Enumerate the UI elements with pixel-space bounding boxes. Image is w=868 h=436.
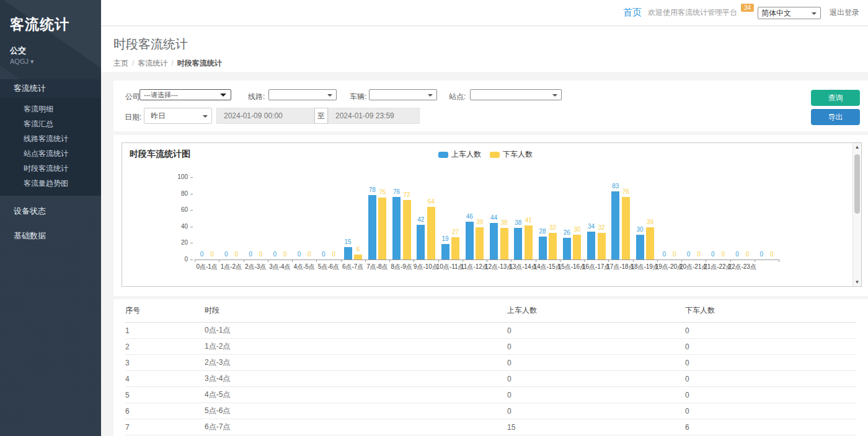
x-axis-tick	[316, 259, 317, 262]
table-cell: 0	[685, 375, 856, 383]
table-cell: 0	[685, 359, 856, 367]
table-cell: 2点-3点	[205, 357, 507, 368]
bar-value-label: 0	[203, 251, 221, 258]
x-axis-tick	[560, 259, 560, 262]
table-cell: 3	[125, 359, 205, 367]
station-label: 站点:	[449, 92, 466, 102]
bar-下车人数-17点-18点	[622, 197, 630, 259]
bar-value-label: 0	[300, 251, 319, 258]
y-axis-label: 0	[159, 256, 188, 263]
bar-value-label: 0	[763, 251, 781, 258]
table-row: 21点-2点00	[125, 339, 856, 355]
scroll-up-icon[interactable]: ▲	[853, 143, 861, 151]
bar-下车人数-11点-12点	[476, 227, 484, 259]
line-select[interactable]	[268, 89, 337, 100]
home-link[interactable]: 首页	[623, 7, 642, 19]
welcome-text: 欢迎使用客流统计管理平台	[648, 7, 737, 18]
bar-value-label: 0	[665, 251, 684, 258]
date-from-input[interactable]: 2024-01-09 00:00	[216, 108, 314, 124]
breadcrumb-current: 时段客流统计	[177, 59, 222, 68]
org-code-dropdown[interactable]: AQGJ ▾	[0, 56, 101, 66]
bar-下车人数-13点-14点	[525, 225, 533, 259]
sidebar-item-passenger-stats[interactable]: 客流统计	[0, 79, 101, 98]
legend-item[interactable]: 上车人数	[438, 149, 481, 160]
bar-value-label: 72	[397, 191, 416, 198]
table-row: 76点-7点156	[125, 419, 856, 435]
table-cell: 0	[507, 391, 685, 399]
table-row: 10点-1点00	[125, 323, 856, 339]
bar-上车人数-17点-18点	[611, 191, 619, 259]
x-axis-tick	[584, 259, 585, 262]
table-header-row: 序号 时段 上车人数 下车人数	[125, 299, 856, 323]
sidebar-subitem[interactable]: 客流汇总	[0, 116, 101, 131]
chart-section: 时段车流统计图 上车人数下车人数 02040608010000000015787…	[113, 135, 868, 296]
sidebar-subitem[interactable]: 时段客流统计	[0, 161, 101, 176]
scroll-down-icon[interactable]: ▼	[853, 278, 861, 286]
x-axis-tick	[657, 259, 658, 262]
station-select[interactable]	[470, 89, 562, 100]
bar-value-label: 32	[544, 224, 562, 231]
bar-value-label: 75	[373, 189, 392, 196]
breadcrumb-section[interactable]: 客流统计	[138, 59, 167, 68]
x-axis-category-label: 2点-3点	[245, 263, 266, 271]
notification-badge[interactable]: 34	[741, 4, 754, 12]
export-button[interactable]: 导出	[811, 109, 860, 125]
x-axis-tick	[292, 259, 293, 262]
x-axis-tick	[341, 259, 342, 262]
x-axis-tick	[219, 259, 219, 262]
bar-下车人数-8点-9点	[403, 200, 411, 259]
x-axis-tick	[463, 259, 463, 262]
table-cell: 6	[125, 407, 205, 416]
logout-link[interactable]: 退出登录	[830, 7, 859, 18]
table-cell: 2	[125, 342, 205, 351]
topbar: 首页 欢迎使用客流统计管理平台 34 简体中文 退出登录	[101, 0, 868, 26]
date-label: 日期:	[125, 112, 141, 123]
hourly-traffic-chart: 时段车流统计图 上车人数下车人数 02040608010000000015787…	[122, 142, 862, 287]
bar-下车人数-10点-11点	[451, 237, 459, 259]
line-label: 线路:	[248, 92, 265, 102]
bar-上车人数-10点-11点	[441, 244, 450, 259]
sidebar-subitem[interactable]: 站点客流统计	[0, 146, 101, 161]
bar-下车人数-12点-13点	[500, 228, 508, 259]
bar-value-label: 0	[276, 251, 294, 258]
sidebar-item-device-status[interactable]: 设备状态	[0, 202, 101, 220]
company-select[interactable]: ---请选择---	[140, 89, 231, 100]
sidebar-item-base-data[interactable]: 基础数据	[0, 227, 101, 245]
chart-vertical-scrollbar[interactable]: ▲ ▼	[852, 143, 861, 286]
table-cell: 0	[507, 326, 685, 335]
y-axis-label: 60	[159, 206, 188, 213]
bar-上车人数-15点-16点	[563, 238, 571, 259]
sidebar-subitem[interactable]: 客流量趋势图	[0, 176, 101, 191]
bar-上车人数-11点-12点	[466, 222, 474, 259]
table-cell: 0点-1点	[205, 325, 507, 336]
app-brand: 客流统计	[0, 0, 101, 37]
search-button[interactable]: 查询	[811, 90, 860, 106]
bar-value-label: 41	[519, 217, 538, 224]
breadcrumb-home[interactable]: 主页	[113, 59, 128, 68]
table-cell: 4	[125, 375, 205, 383]
scrollbar-thumb[interactable]	[854, 154, 860, 214]
table-row: 54点-5点00	[125, 387, 856, 403]
x-axis-category-label: 7点-8点	[366, 263, 388, 271]
x-axis-category-label: 22点-23点	[728, 263, 756, 271]
language-select[interactable]: 简体中文	[758, 7, 821, 19]
vehicle-select[interactable]	[369, 89, 437, 100]
caret-down-icon: ▾	[30, 58, 34, 65]
x-axis-tick	[438, 259, 439, 262]
x-axis-tick	[536, 259, 536, 262]
y-axis-tick	[190, 194, 193, 194]
bar-下车人数-7点-8点	[378, 198, 386, 259]
table-cell: 6点-7点	[205, 422, 507, 432]
x-axis-category-label: 1点-2点	[221, 263, 242, 271]
x-axis-tick	[389, 259, 390, 262]
sidebar-subitem[interactable]: 客流明细	[0, 102, 101, 116]
date-to-input[interactable]: 2024-01-09 23:59	[328, 108, 420, 124]
x-axis-category-label: 8点-9点	[391, 263, 412, 271]
sidebar-subitem[interactable]: 线路客流统计	[0, 131, 101, 146]
table-row: 43点-4点00	[125, 371, 856, 387]
bar-上车人数-9点-10点	[417, 225, 425, 259]
date-preset-select[interactable]: 昨日	[144, 108, 212, 124]
bar-value-label: 32	[592, 224, 611, 231]
legend-item[interactable]: 下车人数	[490, 149, 533, 160]
x-axis-tick	[755, 259, 755, 262]
